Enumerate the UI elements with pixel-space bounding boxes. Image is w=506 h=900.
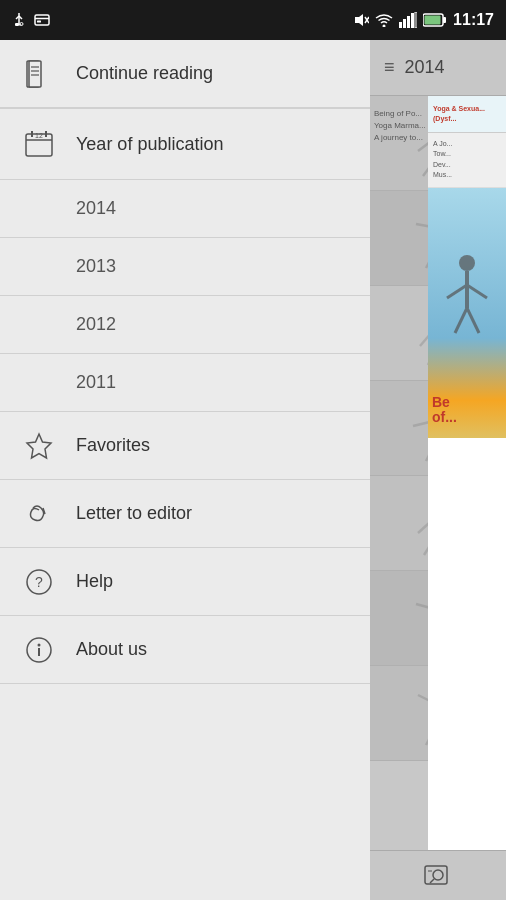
star-icon bbox=[18, 425, 60, 467]
svg-rect-3 bbox=[15, 23, 19, 26]
svg-rect-16 bbox=[411, 13, 414, 28]
book-icon bbox=[18, 53, 60, 95]
svg-line-84 bbox=[467, 308, 479, 333]
calendar-icon: 12 bbox=[18, 123, 60, 165]
svg-line-87 bbox=[430, 879, 434, 883]
svg-text:?: ? bbox=[35, 574, 43, 590]
svg-rect-8 bbox=[37, 21, 41, 23]
svg-point-12 bbox=[383, 25, 386, 28]
year-2012-label: 2012 bbox=[76, 314, 116, 335]
sidebar-year-2014[interactable]: 2014 bbox=[0, 180, 370, 238]
svg-text:12: 12 bbox=[35, 132, 43, 139]
help-icon: ? bbox=[18, 561, 60, 603]
svg-rect-20 bbox=[443, 17, 446, 23]
sidebar-item-continue-reading[interactable]: Continue reading bbox=[0, 40, 370, 108]
svg-rect-6 bbox=[35, 15, 49, 25]
book-cover-bottom-text: Beof... bbox=[432, 395, 502, 426]
right-panel: ≡ 2014 Being of Po... bbox=[370, 40, 506, 900]
sidebar-item-about-us[interactable]: About us bbox=[0, 616, 370, 684]
hamburger-icon[interactable]: ≡ bbox=[384, 57, 395, 78]
battery-icon bbox=[423, 13, 447, 27]
svg-rect-22 bbox=[29, 61, 41, 87]
main-layout: Continue reading 12 Year of publication … bbox=[0, 40, 506, 900]
year-2013-label: 2013 bbox=[76, 256, 116, 277]
status-time: 11:17 bbox=[453, 11, 494, 29]
sidebar: Continue reading 12 Year of publication … bbox=[0, 40, 370, 900]
svg-rect-17 bbox=[415, 12, 417, 28]
letter-to-editor-label: Letter to editor bbox=[76, 503, 192, 524]
info-icon bbox=[18, 629, 60, 671]
sidebar-item-year-of-publication[interactable]: 12 Year of publication bbox=[0, 108, 370, 180]
right-panel-title: 2014 bbox=[405, 57, 445, 78]
status-bar: 11:17 bbox=[0, 0, 506, 40]
search-button[interactable] bbox=[420, 858, 456, 894]
svg-marker-31 bbox=[27, 434, 51, 458]
sidebar-year-2013[interactable]: 2013 bbox=[0, 238, 370, 296]
sidebar-item-favorites[interactable]: Favorites bbox=[0, 412, 370, 480]
year-of-publication-label: Year of publication bbox=[76, 134, 223, 155]
svg-rect-14 bbox=[403, 19, 406, 28]
status-left-icons bbox=[12, 11, 50, 29]
svg-rect-19 bbox=[425, 16, 441, 25]
svg-rect-15 bbox=[407, 16, 410, 28]
year-2011-label: 2011 bbox=[76, 372, 116, 393]
status-right-icons: 11:17 bbox=[353, 11, 494, 29]
tiles-container: Being of Po... Yoga Marma... A journey t… bbox=[370, 96, 506, 850]
sidebar-year-2011[interactable]: 2011 bbox=[0, 354, 370, 412]
signal-icon bbox=[399, 12, 417, 28]
letter-icon bbox=[18, 493, 60, 535]
wifi-icon bbox=[375, 13, 393, 27]
mute-icon bbox=[353, 12, 369, 28]
right-panel-footer bbox=[370, 850, 506, 900]
svg-marker-9 bbox=[355, 14, 363, 26]
svg-line-81 bbox=[447, 285, 467, 298]
book-cover-mid-text: A Jo...Tow...Dev...Mus... bbox=[433, 139, 501, 181]
svg-rect-13 bbox=[399, 22, 402, 28]
book-cover-top-text: Yoga & Sexua...(Dysf... bbox=[433, 104, 501, 124]
card-reader-icon bbox=[34, 13, 50, 27]
svg-point-86 bbox=[433, 870, 443, 880]
svg-point-37 bbox=[38, 643, 41, 646]
sidebar-year-2012[interactable]: 2012 bbox=[0, 296, 370, 354]
right-panel-header: ≡ 2014 bbox=[370, 40, 506, 96]
svg-line-83 bbox=[455, 308, 467, 333]
book-cover: Yoga & Sexua...(Dysf... A Jo...Tow...Dev… bbox=[428, 96, 506, 850]
year-2014-label: 2014 bbox=[76, 198, 116, 219]
continue-reading-label: Continue reading bbox=[76, 63, 213, 84]
svg-line-82 bbox=[467, 285, 487, 298]
help-label: Help bbox=[76, 571, 113, 592]
svg-point-79 bbox=[459, 255, 475, 271]
sidebar-item-letter-to-editor[interactable]: Letter to editor bbox=[0, 480, 370, 548]
about-us-label: About us bbox=[76, 639, 147, 660]
sidebar-item-help[interactable]: ? Help bbox=[0, 548, 370, 616]
usb-icon bbox=[12, 11, 26, 29]
favorites-label: Favorites bbox=[76, 435, 150, 456]
